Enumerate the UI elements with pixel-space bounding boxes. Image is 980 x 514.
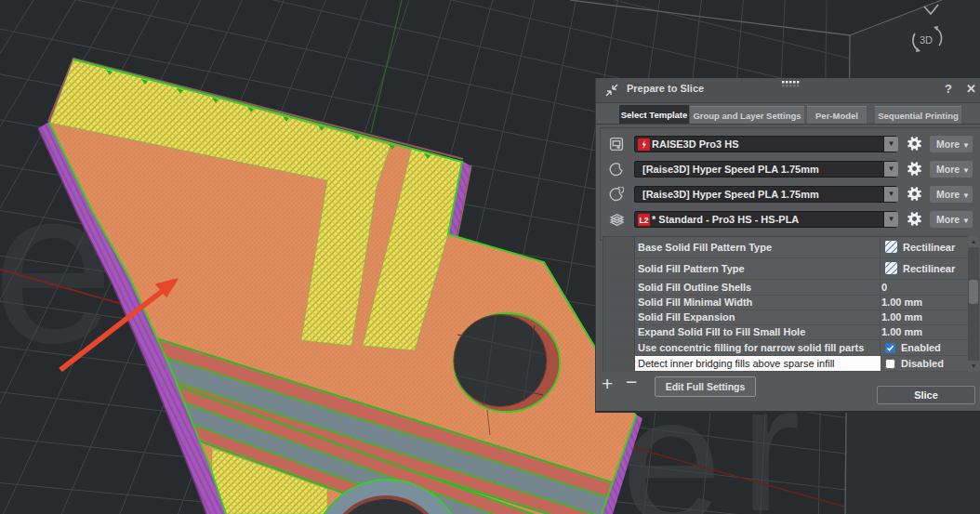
svg-text:L2: L2 [640,216,649,225]
svg-text:3D: 3D [920,34,933,46]
